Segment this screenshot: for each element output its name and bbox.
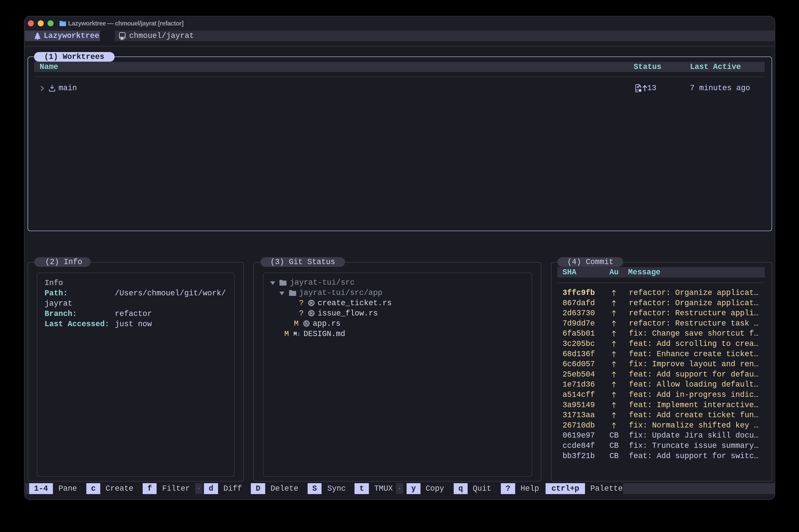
svg-text:R: R [310, 301, 313, 305]
svg-text:R: R [310, 311, 313, 316]
svg-text:R: R [305, 321, 308, 326]
